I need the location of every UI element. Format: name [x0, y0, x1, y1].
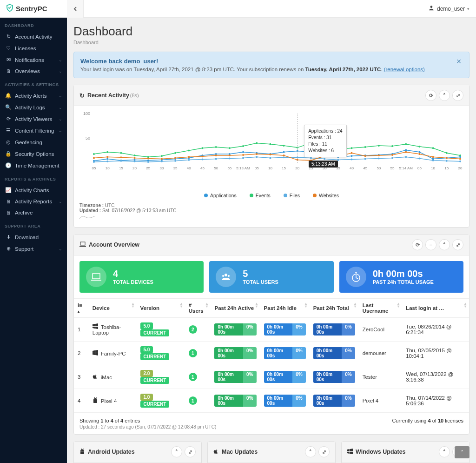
sidebar-item-time-management[interactable]: 🕓Time Management [0, 160, 67, 171]
legend-item[interactable]: Applications [204, 193, 237, 198]
sidebar-section-title: DASHBOARD [0, 18, 67, 31]
sidebar-item-activity-reports[interactable]: 🗎Activity Reports⌄ [0, 196, 67, 207]
sidebar-item-archive[interactable]: 🗎Archive [0, 207, 67, 218]
welcome-alert: × Welcome back demo_user! Your last logi… [73, 52, 469, 78]
refresh-button[interactable]: ⟳ [425, 90, 436, 101]
svg-text:50: 50 [86, 136, 90, 141]
collapse-button[interactable]: ˄ [439, 446, 450, 457]
sidebar-item-activity-alerts[interactable]: 🔔Activity Alerts⌄ [0, 90, 67, 101]
sidebar-section-title: ACTIVITIES & SETTINGS [0, 77, 67, 90]
svg-point-148 [228, 275, 230, 277]
account-overview-card: Account Overview ⟳ ≡ ˄ ⤢ 4TOTAL DEVICES [73, 234, 469, 435]
svg-text:55: 55 [390, 166, 395, 170]
renewal-options-link[interactable]: (renewal options) [384, 67, 425, 72]
sidebar-item-licenses[interactable]: ♡Licenses [0, 42, 67, 54]
svg-point-59 [93, 153, 95, 155]
table-header[interactable]: # Users▴▾ [185, 299, 211, 318]
scroll-top-button[interactable]: ˄ [455, 446, 469, 458]
svg-point-82 [405, 143, 407, 145]
sidebar-item-security-options[interactable]: 🔒Security Options [0, 148, 67, 160]
table-row[interactable]: 1 Toshiba-Laptop 5.0 CURRENT 2 0h 00m 00… [74, 318, 469, 342]
sidebar-item-download[interactable]: ⬇Download [0, 231, 67, 243]
table-header[interactable]: Last login at …▴▾ [402, 299, 469, 318]
history-icon: ↻ [79, 92, 85, 99]
expand-button[interactable]: ⤢ [185, 446, 196, 457]
svg-point-128 [269, 154, 271, 155]
table-row[interactable]: 2 Family-PC 5.0 CURRENT 1 0h 00m 00s0% 0… [74, 342, 469, 365]
collapse-button[interactable]: ˄ [305, 446, 316, 457]
svg-text:45: 45 [200, 166, 205, 170]
user-menu[interactable]: demo_user ▾ [422, 5, 476, 13]
svg-point-123 [201, 155, 203, 157]
legend-item[interactable]: Events [250, 193, 271, 198]
sidebar-item-activity-logs[interactable]: 🔍Activity Logs⌄ [0, 101, 67, 113]
svg-point-142 [459, 158, 461, 160]
sort-icon: i≡ ▴ [78, 302, 82, 314]
svg-text:10: 10 [431, 166, 435, 170]
sidebar-item-account-activity[interactable]: ↻Account Activity [0, 31, 67, 42]
sidebar-item-overviews[interactable]: 🗓Overviews⌄ [0, 66, 67, 77]
svg-rect-144 [80, 242, 85, 245]
svg-point-139 [418, 153, 420, 155]
svg-point-103 [310, 157, 312, 159]
update-card: Mac Updates ˄ ⤢ Version 2.0 Released 05-… [207, 441, 336, 463]
sort-icon: ▴▾ [397, 302, 399, 309]
sidebar-item-label: Activity Logs [15, 105, 45, 110]
svg-point-70 [242, 145, 244, 147]
platform-icon [347, 449, 353, 456]
table-header[interactable]: Past 24h Total▴▾ [310, 299, 359, 318]
svg-point-95 [201, 159, 203, 161]
table-row[interactable]: 3 iMac 2.0 CURRENT 1 0h 00m 00s0% 0h 00m… [74, 365, 469, 389]
list-button[interactable]: ≡ [425, 239, 436, 250]
table-row[interactable]: 4 Pixel 4 1.0 CURRENT 1 0h 00m 00s0% 0h … [74, 389, 469, 413]
svg-point-66 [188, 150, 190, 152]
menu-icon: 🔍 [5, 104, 12, 110]
svg-text:15: 15 [282, 166, 286, 170]
expand-button[interactable]: ⤢ [318, 446, 330, 457]
svg-point-87 [93, 161, 95, 163]
table-header[interactable]: i≡ ▴ [74, 299, 89, 318]
sidebar-item-label: Security Options [15, 151, 54, 157]
sidebar-item-content-filtering[interactable]: ☰Content Filtering⌄ [0, 125, 67, 136]
sidebar-item-label: Notifications [15, 57, 44, 63]
chevron-down-icon: ⌄ [59, 69, 62, 74]
sidebar-item-notifications[interactable]: ✉Notifications⌄ [0, 54, 67, 66]
svg-point-0 [430, 6, 433, 8]
table-header[interactable]: Past 24h Active▴▾ [211, 299, 260, 318]
sidebar-item-activity-viewers[interactable]: ⟳Activity Viewers⌄ [0, 113, 67, 125]
collapse-button[interactable]: ˄ [439, 239, 450, 250]
expand-button[interactable]: ⤢ [452, 90, 463, 101]
table-header[interactable]: Version▴▾ [137, 299, 185, 318]
svg-text:05: 05 [417, 166, 422, 170]
expand-button[interactable]: ⤢ [452, 239, 463, 250]
stopwatch-icon [346, 267, 366, 287]
svg-rect-145 [93, 274, 100, 279]
sort-icon: ▴▾ [464, 302, 466, 309]
refresh-button[interactable]: ⟳ [412, 239, 423, 250]
svg-point-68 [215, 146, 217, 148]
table-header[interactable]: Last Username▴▾ [359, 299, 402, 318]
sidebar-item-activity-charts[interactable]: 📈Activity Charts [0, 184, 67, 196]
svg-point-104 [324, 158, 325, 160]
collapse-button[interactable]: ˄ [439, 90, 450, 101]
legend-item[interactable]: Websites [313, 193, 339, 198]
table-header[interactable]: Device▴▾ [89, 299, 137, 318]
sidebar-item-support[interactable]: ⊕Support⌄ [0, 243, 67, 255]
svg-point-110 [405, 156, 407, 158]
sidebar-item-geofencing[interactable]: ◎Geofencing [0, 136, 67, 148]
close-icon[interactable]: × [454, 57, 463, 66]
sidebar-section-title: SUPPORT AREA [0, 218, 67, 231]
chart-highlight-label: 5:13:23 AM [309, 161, 338, 168]
sidebar-collapse-button[interactable] [67, 0, 84, 18]
stat-usage: 0h 00m 00sPAST 24h TOTAL USAGE [339, 261, 463, 293]
svg-point-65 [174, 152, 176, 154]
legend-item[interactable]: Files [284, 193, 300, 198]
brand-logo[interactable]: SentryPC [0, 4, 67, 13]
svg-text:05: 05 [92, 166, 96, 170]
menu-icon: ⬇ [5, 234, 12, 240]
table-header[interactable]: Past 24h Idle▴▾ [260, 299, 310, 318]
svg-point-96 [215, 158, 217, 160]
collapse-button[interactable]: ˄ [171, 446, 182, 457]
svg-point-135 [364, 155, 366, 157]
page-title: Dashboard [73, 24, 469, 39]
